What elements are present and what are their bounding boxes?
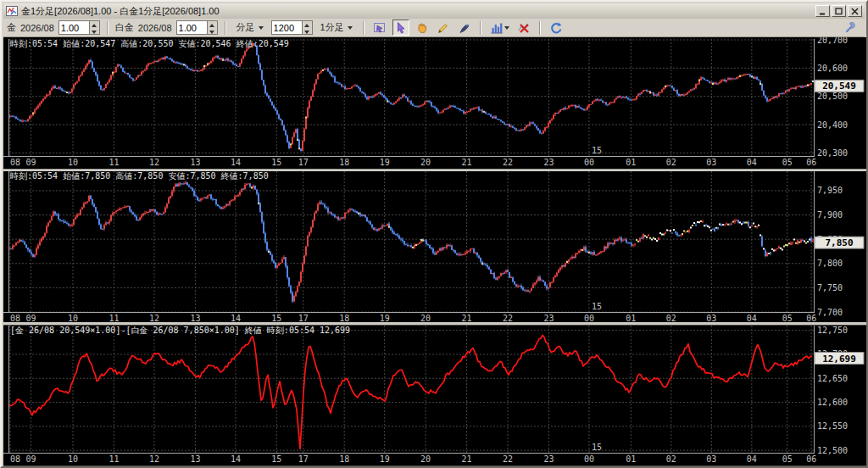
bar-chart-icon [490, 21, 504, 35]
svg-text:22: 22 [503, 314, 513, 323]
svg-text:01: 01 [626, 158, 636, 167]
svg-text:08: 08 [10, 314, 20, 323]
svg-text:12,550: 12,550 [817, 421, 848, 431]
app-icon [6, 5, 18, 17]
bar-count-input[interactable] [271, 20, 302, 35]
svg-text:06: 06 [806, 454, 816, 464]
pan-hand-icon [415, 21, 429, 35]
svg-text:21: 21 [462, 314, 472, 323]
svg-text:23: 23 [543, 314, 554, 323]
svg-text:02: 02 [666, 454, 676, 464]
svg-text:17: 17 [298, 454, 309, 464]
date-marker: 15 [592, 443, 602, 452]
svg-text:18: 18 [339, 158, 349, 167]
svg-text:04: 04 [747, 314, 757, 323]
svg-text:00: 00 [584, 314, 594, 323]
bar-type-dropdown[interactable]: 分足 [233, 20, 267, 36]
svg-text:11: 11 [108, 314, 119, 323]
range-select-button[interactable] [371, 20, 388, 36]
svg-text:13: 13 [190, 158, 200, 167]
platinum-ratio-input[interactable] [176, 20, 207, 35]
svg-text:19: 19 [380, 158, 390, 167]
svg-text:15: 15 [271, 158, 281, 167]
svg-text:17: 17 [298, 158, 309, 167]
svg-text:19: 19 [380, 314, 390, 323]
svg-text:7,800: 7,800 [817, 259, 843, 268]
svg-text:04: 04 [747, 454, 757, 464]
charts-canvas[interactable]: 0809101112131415171819202122230001020304… [3, 37, 868, 466]
svg-text:23: 23 [543, 454, 554, 464]
chart-style-dropdown-button[interactable] [488, 20, 511, 36]
svg-text:10: 10 [68, 158, 78, 167]
maximize-button[interactable] [832, 5, 846, 17]
gold-ratio-input[interactable] [58, 20, 89, 35]
gold-month-label: 2026/08 [20, 23, 54, 33]
svg-text:12,500: 12,500 [817, 446, 848, 455]
svg-text:11: 11 [108, 158, 119, 167]
cursor-tool-button[interactable] [392, 20, 409, 36]
toolbar: 金 2026/08 白金 2026/08 分足 1分足 [3, 19, 865, 37]
minimize-button[interactable] [815, 5, 830, 17]
svg-text:20,500: 20,500 [817, 92, 848, 101]
svg-text:20,700: 20,700 [817, 37, 848, 45]
svg-text:14: 14 [231, 314, 241, 323]
svg-text:22: 22 [503, 158, 513, 167]
svg-text:20,549: 20,549 [822, 81, 856, 92]
svg-text:20: 20 [420, 454, 431, 464]
ohlc-info-label: 時刻:05:54 始値:20,547 高値:20,550 安値:20,546 終… [10, 39, 289, 48]
range-select-icon [373, 21, 387, 35]
svg-text:05: 05 [782, 454, 793, 464]
svg-text:7,700: 7,700 [817, 308, 843, 317]
title-bar[interactable]: 金1分足[2026/08]1.00 - 白金1分足[2026/08]1.00 [3, 3, 865, 19]
svg-text:19: 19 [380, 454, 390, 464]
svg-text:12,600: 12,600 [817, 398, 848, 407]
pencil-icon [437, 21, 450, 35]
current-price-box: 7,850 [815, 237, 864, 248]
delete-drawing-button[interactable] [515, 20, 532, 36]
svg-text:20,300: 20,300 [817, 148, 848, 158]
svg-text:08: 08 [10, 454, 20, 464]
pencil-tool-button[interactable] [435, 20, 452, 36]
svg-text:18: 18 [339, 454, 349, 464]
chart-region[interactable]: 0809101112131415171819202122230001020304… [3, 37, 868, 466]
close-button[interactable] [848, 5, 862, 17]
interval-dropdown[interactable]: 1分足 [317, 20, 356, 36]
ohlc-info-label: 時刻:05:54 始値:7,850 高値:7,850 安値:7,850 終値:7… [10, 171, 269, 181]
svg-text:20: 20 [420, 158, 431, 167]
svg-text:06: 06 [806, 314, 816, 323]
date-marker: 15 [592, 146, 602, 155]
panel-separator [3, 322, 868, 325]
platinum-ratio-spinner[interactable] [207, 20, 218, 35]
svg-text:21: 21 [462, 454, 472, 464]
pen-tool-button[interactable] [456, 20, 473, 36]
svg-text:05: 05 [782, 314, 793, 323]
svg-text:09: 09 [26, 158, 36, 167]
gold-label: 金 [7, 21, 16, 34]
toolbar-separator [107, 21, 108, 35]
toolbar-separator [225, 21, 226, 35]
svg-text:01: 01 [626, 314, 636, 323]
svg-text:03: 03 [706, 454, 716, 464]
platinum-month-label: 2026/08 [138, 23, 172, 33]
svg-text:02: 02 [666, 158, 676, 167]
svg-text:7,950: 7,950 [817, 186, 843, 195]
refresh-button[interactable] [548, 20, 565, 36]
svg-text:11: 11 [108, 454, 119, 464]
svg-text:15: 15 [271, 314, 281, 323]
gold-ratio-spinner[interactable] [89, 20, 100, 35]
svg-text:12: 12 [149, 158, 159, 167]
svg-text:15: 15 [271, 454, 281, 464]
pan-hand-button[interactable] [414, 20, 431, 36]
close-icon [851, 8, 859, 15]
svg-text:04: 04 [747, 158, 757, 167]
refresh-icon [549, 21, 563, 35]
minimize-icon [819, 8, 826, 15]
svg-text:03: 03 [706, 314, 716, 323]
svg-text:22: 22 [503, 454, 513, 464]
bar-count-spinner[interactable] [302, 20, 313, 35]
settings-wrench-icon[interactable] [844, 20, 858, 36]
cursor-icon [394, 21, 408, 35]
svg-text:20,400: 20,400 [817, 120, 848, 130]
current-price-box: 20,549 [815, 80, 864, 92]
svg-text:7,850: 7,850 [825, 237, 853, 248]
